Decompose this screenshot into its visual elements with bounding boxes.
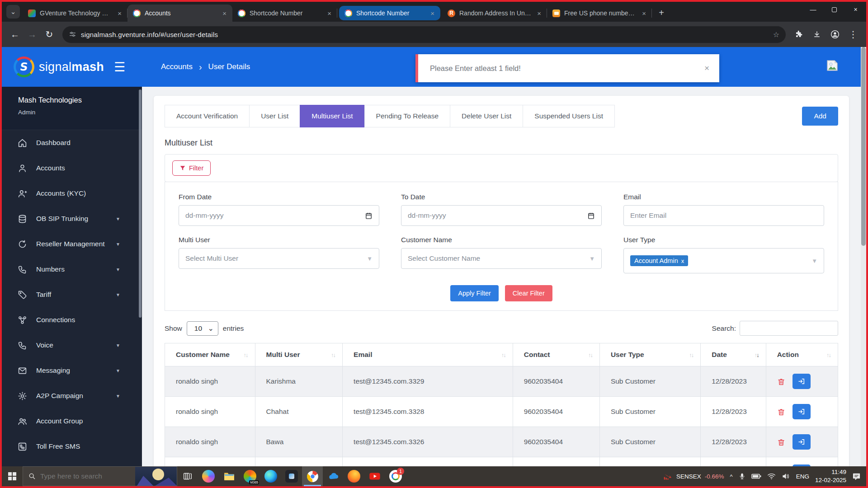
sidebar-item-numbers[interactable]: Numbers ▼	[2, 257, 142, 282]
sensex-ticker[interactable]: SENSEX -0.66%	[663, 472, 724, 481]
clear-filter-button[interactable]: Clear Filter	[505, 285, 552, 301]
column-contact[interactable]: Contact↑↓	[513, 343, 599, 366]
browser-tab-gventure[interactable]: GVenture Technology Pvt. L ×	[23, 5, 127, 22]
tab-close-icon[interactable]: ×	[326, 9, 333, 17]
browser-tab-accounts[interactable]: Accounts ×	[127, 5, 232, 22]
column-action[interactable]: Action↑↓	[766, 343, 838, 366]
sidebar-scrollbar[interactable]	[139, 89, 142, 318]
m365-copilot-app-icon[interactable]: M365	[240, 466, 260, 486]
sidebar-item-messaging[interactable]: Messaging ▼	[2, 358, 142, 383]
browser-tab-free-us-number[interactable]: Free US phone number +1 ×	[547, 5, 652, 22]
delete-trash-icon[interactable]	[777, 438, 785, 446]
speaker-icon[interactable]	[782, 473, 790, 480]
sidebar-item-tariff[interactable]: Tariff ▼	[2, 282, 142, 307]
calendar-icon[interactable]	[587, 212, 595, 220]
login-as-user-icon[interactable]	[793, 434, 811, 450]
delete-trash-icon[interactable]	[777, 377, 785, 386]
firefox-app-icon[interactable]	[344, 466, 364, 486]
sidebar-item-dashboard[interactable]: Dashboard	[2, 130, 142, 155]
browser-tab-random-address[interactable]: R Random Address In United ×	[442, 5, 547, 22]
task-view-button[interactable]	[177, 466, 198, 486]
filter-button[interactable]: Filter	[172, 160, 211, 176]
forward-icon[interactable]: →	[24, 27, 40, 42]
profile-avatar-icon[interactable]	[827, 27, 843, 42]
close-window-button[interactable]: ×	[845, 2, 866, 17]
back-icon[interactable]: ←	[7, 27, 23, 42]
new-tab-button[interactable]: +	[655, 6, 668, 19]
taskbar-search[interactable]	[23, 466, 177, 486]
wifi-icon[interactable]	[767, 473, 776, 480]
browser-tab-shortcode-1[interactable]: Shortcode Number ×	[232, 5, 337, 22]
extensions-puzzle-icon[interactable]	[791, 27, 807, 42]
tab-search-icon[interactable]: ⌄	[6, 5, 20, 19]
tab-suspended-users-list[interactable]: Suspended Users List	[523, 105, 615, 127]
battery-icon[interactable]	[751, 473, 761, 479]
tab-close-icon[interactable]: ×	[221, 9, 228, 17]
maximize-button[interactable]	[824, 2, 845, 17]
tab-close-icon[interactable]: ×	[429, 9, 436, 17]
reload-icon[interactable]: ↻	[42, 27, 57, 42]
copilot-app-icon[interactable]	[198, 466, 219, 486]
sidebar-item-toll-free-sms[interactable]: Toll Free SMS	[2, 434, 142, 459]
customer-name-select[interactable]: Select Customer Name ▼	[401, 248, 602, 269]
user-avatar-broken-image-icon[interactable]	[826, 59, 839, 72]
taskbar-clock[interactable]: 11:49 12-02-2025	[815, 468, 846, 484]
user-type-select[interactable]: Account Admin x ▼	[623, 248, 824, 273]
tab-user-list[interactable]: User List	[249, 105, 300, 127]
sidebar-item-account-group[interactable]: Account Group	[2, 408, 142, 434]
language-indicator[interactable]: ENG	[796, 473, 809, 480]
entries-select[interactable]: 10 ⌄	[187, 321, 218, 336]
toast-close-icon[interactable]: ×	[704, 63, 709, 73]
dark-app-icon[interactable]	[281, 466, 302, 486]
chrome-app-icon[interactable]	[302, 466, 323, 486]
microphone-icon[interactable]	[739, 472, 745, 480]
notification-center-icon[interactable]	[852, 473, 861, 480]
chip-remove-icon[interactable]: x	[681, 258, 684, 264]
minimize-button[interactable]: —	[802, 2, 824, 17]
tab-account-verification[interactable]: Account Verification	[165, 105, 250, 127]
tab-delete-user-list[interactable]: Delete User List	[450, 105, 523, 127]
url-text[interactable]: signalmash.gventure.info/#/user/user-det…	[81, 31, 769, 38]
sidebar-item-connections[interactable]: Connections	[2, 307, 142, 333]
column-customer-name[interactable]: Customer Name↑↓	[165, 343, 255, 366]
sidebar-toggle-hamburger-icon[interactable]: ☰	[114, 60, 125, 75]
column-email[interactable]: Email↑↓	[343, 343, 513, 366]
sidebar-item-accounts-kyc[interactable]: Accounts (KYC)	[2, 181, 142, 206]
multi-user-select[interactable]: Select Multi User ▼	[179, 248, 379, 269]
tab-pending-to-release[interactable]: Pending To Release	[364, 105, 450, 127]
browser-tab-shortcode-2[interactable]: Shortcode Number ×	[339, 6, 440, 20]
login-as-user-icon[interactable]	[793, 374, 811, 389]
apply-filter-button[interactable]: Apply Filter	[450, 285, 499, 301]
sidebar-item-voice[interactable]: Voice ▼	[2, 333, 142, 358]
delete-trash-icon[interactable]	[777, 408, 785, 416]
signalmash-app-icon[interactable]: 1	[385, 466, 406, 486]
taskbar-search-input[interactable]	[40, 472, 126, 480]
search-highlight-art[interactable]	[135, 467, 177, 486]
sidebar-item-reseller-management[interactable]: Reseller Management ▼	[2, 231, 142, 257]
login-as-user-icon[interactable]	[793, 404, 811, 419]
sidebar-item-accounts[interactable]: Accounts	[2, 155, 142, 181]
address-bar[interactable]: signalmash.gventure.info/#/user/user-det…	[62, 26, 786, 43]
column-multi-user[interactable]: Multi User↑↓	[255, 343, 343, 366]
page-scrollbar[interactable]	[861, 47, 866, 466]
edge-app-icon[interactable]	[260, 466, 281, 486]
calendar-icon[interactable]	[365, 212, 373, 220]
add-button[interactable]: Add	[802, 107, 838, 126]
page-scrollbar-thumb[interactable]	[861, 47, 866, 246]
site-settings-icon[interactable]	[69, 31, 76, 38]
bookmark-star-icon[interactable]: ☆	[773, 30, 779, 39]
column-user-type[interactable]: User Type↑↓	[599, 343, 700, 366]
tray-chevron-up-icon[interactable]: ^	[730, 473, 733, 480]
breadcrumb-accounts[interactable]: Accounts	[161, 62, 193, 71]
to-date-input[interactable]: dd-mm-yyyy	[401, 205, 602, 226]
sidebar-item-ob-sip-trunking[interactable]: OB SIP Trunking ▼	[2, 206, 142, 231]
youtube-app-icon[interactable]	[364, 466, 385, 486]
start-button[interactable]	[2, 466, 23, 486]
tab-close-icon[interactable]: ×	[641, 9, 647, 17]
onedrive-app-icon[interactable]	[323, 466, 344, 486]
tab-close-icon[interactable]: ×	[116, 9, 123, 17]
from-date-input[interactable]: dd-mm-yyyy	[179, 205, 379, 226]
downloads-icon[interactable]	[809, 27, 825, 42]
email-input[interactable]: Enter Email	[623, 205, 824, 226]
tab-multiuser-list[interactable]: Multiuser List	[300, 105, 364, 127]
